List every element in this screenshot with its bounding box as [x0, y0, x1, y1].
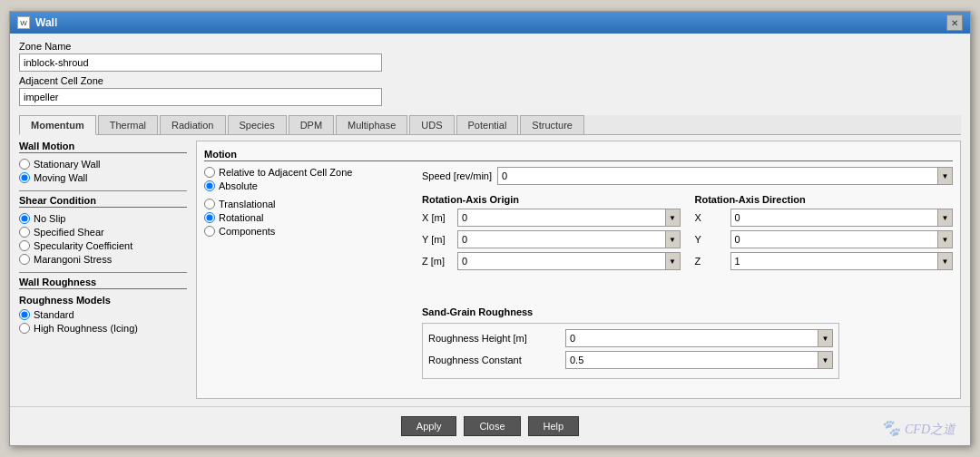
relative-radio[interactable] — [204, 167, 215, 178]
speed-input[interactable] — [498, 169, 937, 183]
specularity-option[interactable]: Specularity Coefficient — [19, 240, 187, 251]
roughness-height-input[interactable] — [566, 331, 818, 345]
origin-x-input[interactable] — [458, 210, 665, 225]
help-button[interactable]: Help — [528, 416, 580, 436]
sand-grain-title: Sand-Grain Roughness — [422, 306, 953, 317]
origin-z-input-wrap: ▼ — [457, 252, 681, 270]
wall-roughness-section: Wall Roughness Roughness Models Standard… — [19, 272, 187, 334]
dir-z-row: Z ▼ — [695, 252, 954, 270]
adjacent-cell-label: Adjacent Cell Zone — [19, 75, 961, 86]
speed-dropdown-arrow[interactable]: ▼ — [937, 168, 952, 184]
no-slip-label: No Slip — [34, 213, 65, 224]
components-label: Components — [219, 226, 275, 237]
origin-x-label: X [m] — [422, 212, 454, 223]
dir-z-input[interactable] — [731, 254, 938, 268]
rotational-radio[interactable] — [204, 212, 215, 223]
tab-uds[interactable]: UDS — [409, 115, 454, 134]
standard-roughness-option[interactable]: Standard — [19, 309, 187, 320]
content-area: Zone Name Adjacent Cell Zone Momentum Th… — [10, 34, 970, 406]
roughness-height-label: Roughness Height [m] — [428, 333, 560, 344]
origin-y-arrow[interactable]: ▼ — [665, 231, 680, 248]
roughness-constant-input-wrap: ▼ — [565, 351, 833, 369]
title-bar-left: W Wall — [17, 16, 57, 29]
specularity-radio[interactable] — [19, 240, 30, 251]
close-button[interactable]: ✕ — [946, 15, 963, 31]
motion-header: Motion — [204, 149, 953, 161]
motion-reference-and-speed: Relative to Adjacent Cell Zone Absolute — [204, 167, 953, 379]
shear-condition-header: Shear Condition — [19, 195, 187, 208]
standard-roughness-radio[interactable] — [19, 309, 30, 320]
dir-y-input[interactable] — [731, 232, 938, 247]
tab-radiation[interactable]: Radiation — [160, 115, 225, 134]
specularity-label: Specularity Coefficient — [34, 240, 132, 251]
roughness-constant-arrow[interactable]: ▼ — [818, 352, 832, 368]
dir-x-arrow[interactable]: ▼ — [937, 209, 952, 226]
tab-thermal[interactable]: Thermal — [98, 115, 158, 134]
specified-shear-label: Specified Shear — [34, 227, 104, 238]
tab-multiphase[interactable]: Multiphase — [336, 115, 407, 134]
dir-y-label: Y — [695, 234, 727, 245]
roughness-height-row: Roughness Height [m] ▼ — [428, 329, 833, 347]
tab-dpm[interactable]: DPM — [289, 115, 334, 134]
wall-motion-header: Wall Motion — [19, 141, 187, 153]
translational-radio[interactable] — [204, 199, 215, 209]
speed-row: Speed [rev/min] ▼ — [422, 167, 953, 185]
apply-button[interactable]: Apply — [401, 416, 457, 436]
rotation-axis-direction: Rotation-Axis Direction X ▼ Y — [695, 194, 954, 274]
high-roughness-option[interactable]: High Roughness (Icing) — [19, 323, 187, 334]
marangoni-radio[interactable] — [19, 254, 30, 265]
dir-x-label: X — [695, 212, 727, 223]
absolute-option[interactable]: Absolute — [204, 180, 404, 191]
origin-z-arrow[interactable]: ▼ — [665, 253, 680, 269]
relative-label: Relative to Adjacent Cell Zone — [219, 167, 352, 178]
tab-momentum[interactable]: Momentum — [19, 115, 96, 135]
components-option[interactable]: Components — [204, 226, 404, 237]
reference-frame-group: Relative to Adjacent Cell Zone Absolute — [204, 167, 404, 379]
origin-y-input[interactable] — [458, 232, 665, 247]
translational-option[interactable]: Translational — [204, 199, 404, 209]
speed-axis-area: Speed [rev/min] ▼ Rotation-Axis Origin — [422, 167, 953, 379]
absolute-radio[interactable] — [204, 180, 215, 191]
roughness-models-title: Roughness Models — [19, 295, 187, 306]
roughness-height-arrow[interactable]: ▼ — [818, 330, 832, 346]
moving-wall-option[interactable]: Moving Wall — [19, 172, 187, 183]
origin-x-input-wrap: ▼ — [457, 209, 681, 227]
roughness-models-group: Standard High Roughness (Icing) — [19, 309, 187, 334]
motion-type-group: Translational Rotational Components — [204, 199, 404, 237]
rotational-option[interactable]: Rotational — [204, 212, 404, 223]
dir-z-arrow[interactable]: ▼ — [937, 253, 952, 269]
tab-potential[interactable]: Potential — [456, 115, 519, 134]
roughness-constant-input[interactable] — [566, 353, 818, 367]
origin-z-input[interactable] — [458, 254, 665, 268]
tab-species[interactable]: Species — [228, 115, 287, 134]
adjacent-cell-input[interactable] — [19, 88, 382, 106]
relative-option[interactable]: Relative to Adjacent Cell Zone — [204, 167, 404, 178]
roughness-constant-label: Roughness Constant — [428, 355, 560, 365]
adjacent-cell-row: Adjacent Cell Zone — [19, 75, 961, 106]
origin-y-input-wrap: ▼ — [457, 230, 681, 248]
specified-shear-radio[interactable] — [19, 227, 30, 238]
speed-input-wrap: ▼ — [497, 167, 953, 185]
right-panel: Motion Relative to Adjacent Cell Zone Ab… — [196, 141, 961, 399]
high-roughness-label: High Roughness (Icing) — [34, 323, 138, 334]
no-slip-option[interactable]: No Slip — [19, 213, 187, 224]
components-radio[interactable] — [204, 226, 215, 237]
origin-x-arrow[interactable]: ▼ — [665, 209, 680, 226]
zone-name-input[interactable] — [19, 53, 382, 72]
marangoni-option[interactable]: Marangoni Stress — [19, 254, 187, 265]
no-slip-radio[interactable] — [19, 213, 30, 224]
high-roughness-radio[interactable] — [19, 323, 30, 334]
dir-y-arrow[interactable]: ▼ — [937, 231, 952, 248]
stationary-wall-radio[interactable] — [19, 159, 30, 170]
motion-type-radios: Translational Rotational Components — [204, 199, 404, 237]
left-panel: Wall Motion Stationary Wall Moving Wall … — [19, 141, 187, 399]
origin-z-label: Z [m] — [422, 256, 454, 267]
stationary-wall-option[interactable]: Stationary Wall — [19, 159, 187, 170]
specified-shear-option[interactable]: Specified Shear — [19, 227, 187, 238]
dir-x-input[interactable] — [731, 210, 938, 225]
rotational-label: Rotational — [219, 212, 264, 223]
tab-structure[interactable]: Structure — [520, 115, 584, 134]
close-button-footer[interactable]: Close — [464, 416, 520, 436]
tabs-bar: Momentum Thermal Radiation Species DPM M… — [19, 115, 961, 135]
moving-wall-radio[interactable] — [19, 172, 30, 183]
